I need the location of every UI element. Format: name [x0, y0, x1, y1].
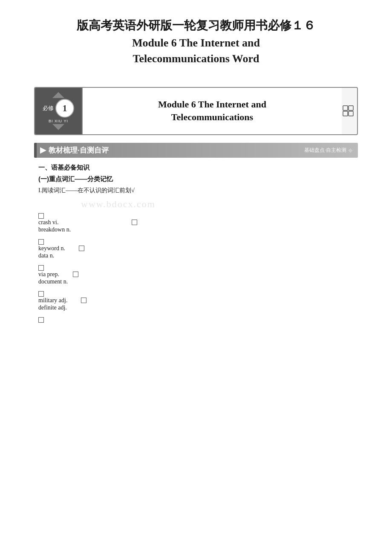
reading-vocab-label: I.阅读词汇——在不认识的词汇前划√ [38, 187, 354, 194]
section-diamond-icon: ◆ [348, 147, 353, 154]
page-title-area: 版高考英语外研版一轮复习教师用书必修１６ Module 6 The Intern… [34, 17, 358, 66]
checkbox-icon [81, 298, 86, 303]
vocab-word-via: via prep. [38, 271, 59, 278]
section-right-label: 基础盘点·自主检测 [304, 147, 346, 154]
checkbox-icon [79, 246, 84, 251]
section-header-left: ▶ 教材梳理·自测自评 [40, 145, 109, 155]
vocab-word-crash: crash vi. [38, 219, 58, 226]
vocab-line: data n. [38, 252, 354, 259]
badge-label: 必修 [43, 104, 54, 112]
checkbox-icon [73, 272, 78, 277]
section-title: 教材梳理·自测自评 [49, 145, 109, 155]
checkbox-icon [38, 265, 44, 271]
section-arrow-icon: ▶ [40, 145, 46, 155]
checkbox-icon [38, 291, 44, 297]
svg-rect-3 [349, 111, 353, 116]
watermark: www.bdocx.com [81, 199, 156, 210]
vocab-block-1: crash vi. breakdown n. [38, 213, 354, 233]
vocab-word-keyword: keyword n. [38, 245, 65, 252]
checkbox-icon [38, 213, 44, 219]
heading2: (一)重点词汇——分类记忆 [38, 175, 354, 183]
checkbox-icon [38, 317, 44, 323]
module-badge: 必修 1 BI XIU YI [35, 88, 82, 134]
vocab-line [38, 265, 354, 271]
svg-rect-2 [343, 111, 348, 116]
module-banner: 必修 1 BI XIU YI Module 6 The Internet and… [34, 87, 358, 135]
vocab-line: military adj. [38, 297, 354, 304]
vocab-word-breakdown: breakdown n. [38, 226, 71, 233]
vocab-word-military: military adj. [38, 297, 67, 304]
vocab-line [38, 317, 354, 323]
badge-number: 1 [63, 103, 67, 114]
vocab-block-5 [38, 317, 354, 323]
vocab-line: keyword n. [38, 245, 354, 252]
vocab-word-document: document n. [38, 278, 68, 285]
vocab-block-4: military adj. definite adj. [38, 291, 354, 311]
vocab-line: definite adj. [38, 304, 354, 311]
svg-rect-1 [349, 106, 353, 110]
content-area: 一、语基必备知识 (一)重点词汇——分类记忆 I.阅读词汇——在不认识的词汇前划… [34, 164, 358, 323]
module-title: Module 6 The Internet and Telecommunicat… [158, 98, 266, 124]
icon-svg [342, 105, 354, 117]
vocab-word-data: data n. [38, 252, 54, 259]
vocab-line [38, 239, 354, 245]
checkbox-icon [132, 220, 137, 225]
vocab-line: document n. [38, 278, 354, 285]
vocab-block-3: via prep. document n. [38, 265, 354, 285]
vocab-line [38, 291, 354, 297]
module-icon [342, 88, 357, 134]
heading1: 一、语基必备知识 [38, 164, 354, 172]
vocab-line [38, 213, 354, 219]
checkbox-icon [38, 239, 44, 245]
module-title-box: Module 6 The Internet and Telecommunicat… [82, 88, 342, 134]
page-title-chinese: 版高考英语外研版一轮复习教师用书必修１６ [34, 17, 358, 34]
vocab-block-2: keyword n. data n. [38, 239, 354, 259]
vocab-line: via prep. [38, 271, 354, 278]
svg-rect-0 [343, 106, 348, 110]
badge-circle: 1 [55, 99, 74, 118]
badge-bottom-triangle [52, 124, 64, 130]
vocab-word-definite: definite adj. [38, 304, 67, 311]
watermark-row: www.bdocx.com [38, 199, 354, 211]
vocab-line: breakdown n. [38, 226, 354, 233]
badge-top-triangle [52, 92, 64, 98]
vocab-line: crash vi. [38, 219, 354, 226]
section-header: ▶ 教材梳理·自测自评 基础盘点·自主检测 ◆ [34, 143, 358, 158]
page-title-english: Module 6 The Internet and Telecommunicat… [34, 35, 358, 66]
badge-pinyin: BI XIU YI [49, 119, 68, 123]
